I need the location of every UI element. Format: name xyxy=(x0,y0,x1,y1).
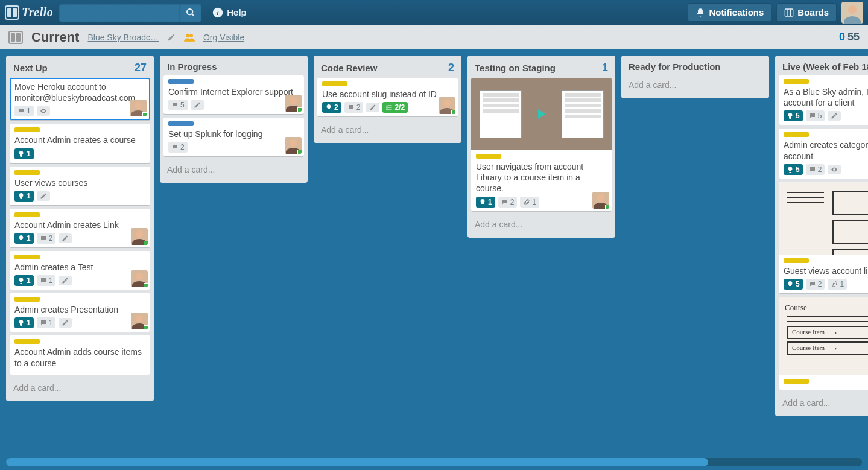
edit-badge[interactable] xyxy=(59,233,72,243)
card-title: Use account slug instead of ID xyxy=(322,89,453,100)
card-title: Account Admin adds course items to a cou… xyxy=(14,346,145,368)
card[interactable]: User views courses1 xyxy=(10,167,150,205)
card-badges: 2 xyxy=(168,142,299,153)
card[interactable]: Admin creates Presentation11 xyxy=(10,293,150,332)
board-stats: 0 55 xyxy=(839,31,860,43)
bell-icon xyxy=(695,8,705,17)
board-canvas[interactable]: Next Up27Move Heroku account to monitor@… xyxy=(0,49,868,456)
trello-logo[interactable]: Trello xyxy=(5,5,53,20)
search-input[interactable] xyxy=(59,4,180,22)
list-count: 2 xyxy=(448,62,454,74)
card[interactable]: Use account slug instead of ID222/2 xyxy=(317,78,458,116)
points-badge: 5 xyxy=(784,110,803,121)
comments-badge: 2 xyxy=(37,233,56,244)
search-button[interactable] xyxy=(180,4,201,22)
card[interactable]: Account Admin adds course items to a cou… xyxy=(10,335,150,374)
card-title: User navigates from account Library to a… xyxy=(476,161,607,194)
list-cards: User navigates from account Library to a… xyxy=(471,78,612,215)
list-header[interactable]: Live (Week of Feb 18) xyxy=(779,59,868,75)
add-card-link[interactable]: Add a card... xyxy=(471,215,612,234)
card[interactable]: User navigates from account Library to a… xyxy=(471,78,612,211)
comments-badge: 5 xyxy=(168,100,188,110)
board-visibility[interactable]: Org Visible xyxy=(203,33,244,42)
search-container xyxy=(59,4,201,22)
card[interactable]: As a Blue Sky admin, I create an account… xyxy=(779,75,868,125)
list-count: 1 xyxy=(602,62,608,74)
card[interactable]: Guest views account library521 xyxy=(779,182,868,293)
member-avatar[interactable] xyxy=(285,137,302,154)
list: Code Review2Use account slug instead of … xyxy=(314,56,461,143)
list-header[interactable]: Ready for Production xyxy=(625,59,765,75)
edit-badge[interactable] xyxy=(59,318,72,328)
card-title: Set up Splunk for logging xyxy=(168,129,299,139)
member-avatar[interactable] xyxy=(131,313,148,329)
add-card-link[interactable]: Add a card... xyxy=(779,393,868,413)
add-card-link[interactable]: Add a card... xyxy=(625,75,765,95)
boards-icon xyxy=(784,8,794,17)
card[interactable]: Confirm Internet Explorer support5 xyxy=(163,75,304,114)
presence-indicator xyxy=(605,205,609,209)
card-label xyxy=(784,379,809,384)
attachments-badge: 1 xyxy=(828,279,847,290)
card-badges: 1 xyxy=(14,148,145,159)
card-badges: 1 xyxy=(14,191,145,202)
list-header[interactable]: Code Review2 xyxy=(317,59,458,78)
card[interactable]: CourseCourse Item ›Course Item › xyxy=(779,297,868,390)
help-link[interactable]: i Help xyxy=(207,5,252,21)
edit-badge[interactable] xyxy=(37,191,50,201)
add-card-link[interactable]: Add a card... xyxy=(10,378,150,398)
list-name: Testing on Staging xyxy=(475,63,556,73)
card-label xyxy=(476,154,501,159)
edit-board-icon[interactable] xyxy=(167,33,176,42)
member-avatar[interactable] xyxy=(285,95,302,112)
watch-badge xyxy=(828,165,841,174)
card[interactable]: Admin creates a Test11 xyxy=(10,251,150,290)
list-header[interactable]: In Progress xyxy=(163,59,304,75)
add-card-link[interactable]: Add a card... xyxy=(163,160,304,179)
watch-badge xyxy=(37,106,50,116)
points-badge: 1 xyxy=(14,148,34,159)
edit-badge[interactable] xyxy=(366,103,379,112)
list: Testing on Staging1User navigates from a… xyxy=(467,56,615,238)
list-header[interactable]: Next Up27 xyxy=(10,59,150,78)
card-title: Account Admin creates Link xyxy=(14,220,145,230)
list-header[interactable]: Testing on Staging1 xyxy=(471,59,612,78)
comments-badge: 5 xyxy=(806,110,825,121)
board-org-link[interactable]: Blue Sky Broadc… xyxy=(87,33,159,42)
member-avatar[interactable] xyxy=(439,97,455,114)
list-cards: As a Blue Sky admin, I create an account… xyxy=(779,75,868,393)
member-avatar[interactable] xyxy=(592,192,609,209)
card-label xyxy=(168,121,194,126)
card[interactable]: Set up Splunk for logging2 xyxy=(163,118,304,156)
global-header: Trello i Help Notifications Boards xyxy=(0,0,868,25)
card[interactable]: Account Admin creates a course1 xyxy=(10,124,150,162)
org-icon xyxy=(184,33,195,42)
card-title: Guest views account library xyxy=(784,265,868,276)
boards-button[interactable]: Boards xyxy=(776,3,837,22)
edit-badge[interactable] xyxy=(828,111,841,121)
edit-badge[interactable] xyxy=(191,100,204,110)
presence-indicator xyxy=(297,150,302,154)
comments-badge: 2 xyxy=(806,279,825,290)
points-badge: 1 xyxy=(14,317,34,328)
card[interactable]: Move Heroku account to monitor@blueskybr… xyxy=(10,78,150,120)
comments-badge: 2 xyxy=(344,102,364,113)
notifications-button[interactable]: Notifications xyxy=(688,3,771,22)
member-avatar[interactable] xyxy=(131,270,148,287)
card[interactable]: Account Admin creates Link12 xyxy=(10,209,150,247)
card-label xyxy=(168,79,194,84)
member-avatar[interactable] xyxy=(131,228,148,245)
member-avatar[interactable] xyxy=(130,100,147,116)
list-cards: Use account slug instead of ID222/2 xyxy=(317,78,458,120)
card[interactable]: Admin creates categories for account52 xyxy=(779,129,868,178)
board-title[interactable]: Current xyxy=(31,30,79,45)
horizontal-scrollbar[interactable] xyxy=(6,458,862,466)
horizontal-scrollbar-thumb[interactable] xyxy=(6,458,708,466)
add-card-link[interactable]: Add a card... xyxy=(317,120,458,139)
user-avatar[interactable] xyxy=(841,2,863,24)
list-cards: Move Heroku account to monitor@blueskybr… xyxy=(10,78,150,378)
card-badges: 11 xyxy=(14,275,145,286)
edit-badge[interactable] xyxy=(59,276,72,285)
list-name: Live (Week of Feb 18) xyxy=(782,62,868,72)
card-label xyxy=(14,170,40,175)
